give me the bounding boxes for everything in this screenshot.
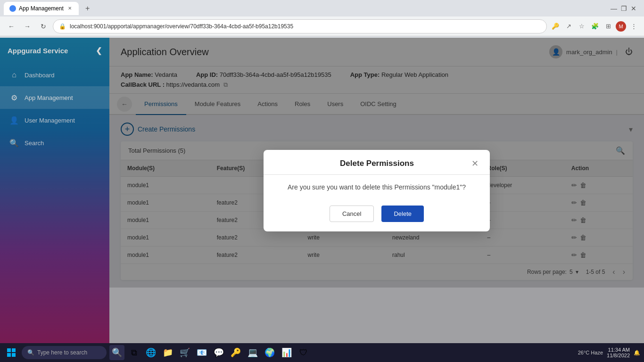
sidebar-item-search[interactable]: 🔍 Search (0, 132, 109, 154)
search-sidebar-icon: 🔍 (9, 138, 19, 148)
sidebar-collapse-button[interactable]: ❮ (96, 46, 102, 55)
close-btn[interactable]: ✕ (631, 5, 636, 12)
browser-toolbar: 🔑 ↗ ☆ 🧩 ⊞ M ⋮ (550, 21, 639, 32)
delete-button[interactable]: Delete (381, 206, 424, 222)
browser-controls: ← → ↻ 🔒 localhost:9001/appportal/appmana… (0, 16, 644, 36)
browser-chrome: App Management ✕ + — ❐ ✕ ← → ↻ 🔒 localho… (0, 0, 644, 38)
modal-divider (264, 174, 490, 175)
main-content: Application Overview 👤 mark_org_admin | … (109, 38, 644, 343)
back-nav-btn[interactable]: ← (5, 20, 18, 33)
lock-icon: 🔒 (59, 23, 66, 30)
extension-icon[interactable]: 🧩 (589, 21, 601, 32)
browser-tab[interactable]: App Management ✕ (4, 2, 79, 15)
modal-close-button[interactable]: ✕ (471, 158, 479, 169)
sidebar-item-label: Dashboard (25, 72, 55, 79)
sidebar-title: Appgurad Service (8, 47, 68, 55)
app-container: Appgurad Service ❮ ⌂ Dashboard ⚙ App Man… (0, 38, 644, 343)
sidebar-item-label: User Management (25, 117, 75, 124)
key-icon[interactable]: 🔑 (550, 21, 561, 32)
browser-title-bar: App Management ✕ + — ❐ ✕ (0, 0, 644, 16)
sidebar-header: Appgurad Service ❮ (0, 38, 109, 64)
new-tab-button[interactable]: + (82, 2, 94, 15)
modal-title: Delete Permissions (286, 159, 468, 168)
minimize-btn[interactable]: — (611, 5, 617, 12)
sidebar-item-label: Search (25, 140, 44, 147)
forward-nav-btn[interactable]: → (21, 20, 34, 33)
sidebar-item-label: App Management (25, 94, 73, 101)
user-management-icon: 👤 (9, 115, 19, 125)
star-icon[interactable]: ☆ (576, 21, 587, 32)
home-icon: ⌂ (9, 70, 19, 80)
modal-overlay: Delete Permissions ✕ Are you sure you wa… (109, 38, 644, 343)
cancel-button[interactable]: Cancel (330, 206, 374, 222)
sidebar-item-dashboard[interactable]: ⌂ Dashboard (0, 64, 109, 86)
menu-icon[interactable]: ⋮ (628, 21, 639, 32)
tab-title: App Management (19, 5, 64, 12)
sidebar-item-app-management[interactable]: ⚙ App Management (0, 86, 109, 109)
reload-btn[interactable]: ↻ (37, 20, 50, 33)
sidebar: Appgurad Service ❮ ⌂ Dashboard ⚙ App Man… (0, 38, 109, 343)
delete-permissions-modal: Delete Permissions ✕ Are you sure you wa… (264, 150, 490, 231)
profile-icon[interactable]: M (616, 21, 626, 32)
modal-footer: Cancel Delete (264, 202, 490, 231)
restore-btn[interactable]: ❐ (621, 5, 627, 12)
url-text: localhost:9001/appportal/appmanager/over… (70, 23, 541, 30)
sidebar-view-icon[interactable]: ⊞ (603, 21, 614, 32)
share-icon[interactable]: ↗ (563, 21, 574, 32)
modal-body: Are you sure you want to delete this Per… (264, 182, 490, 202)
modal-header: Delete Permissions ✕ (264, 150, 490, 174)
modal-message: Are you sure you want to delete this Per… (288, 183, 466, 191)
sidebar-item-user-management[interactable]: 👤 User Management (0, 109, 109, 132)
tab-favicon (9, 5, 16, 12)
address-bar[interactable]: 🔒 localhost:9001/appportal/appmanager/ov… (53, 19, 547, 33)
tab-close-btn[interactable]: ✕ (66, 5, 73, 12)
app-management-icon: ⚙ (9, 93, 19, 102)
